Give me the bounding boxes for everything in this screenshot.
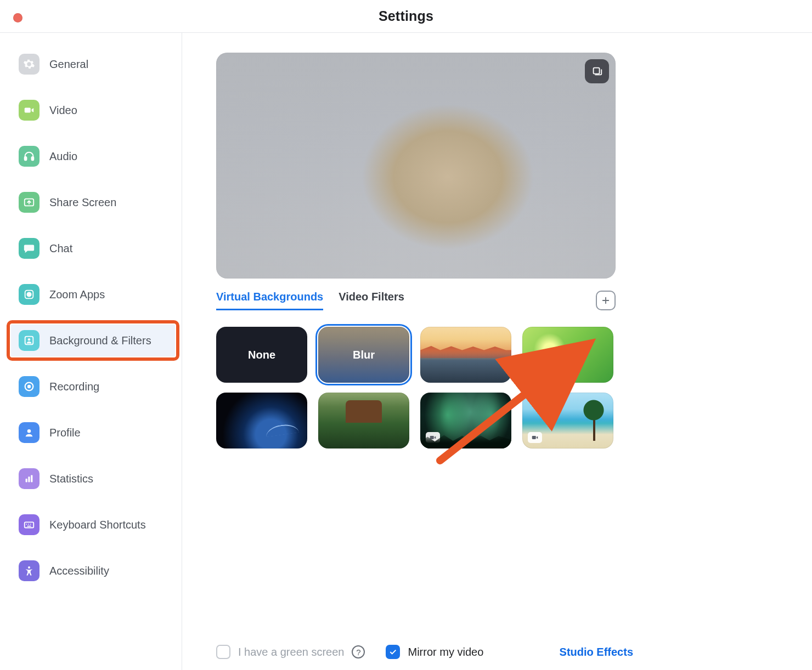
chat-bubble-icon: [19, 238, 40, 259]
background-tile-none[interactable]: None: [216, 327, 307, 383]
tab-virtual-backgrounds[interactable]: Virtual Backgrounds: [216, 291, 323, 310]
mirror-video-label: Mirror my video: [408, 646, 483, 658]
svg-rect-1: [25, 157, 27, 160]
green-screen-label: I have a green screen: [238, 646, 344, 658]
svg-rect-2: [32, 157, 34, 160]
sidebar-item-label: Share Screen: [49, 196, 116, 209]
sidebar-item-audio[interactable]: Audio: [11, 140, 175, 172]
sidebar-item-label: Background & Filters: [49, 334, 151, 347]
svg-point-19: [28, 566, 30, 569]
background-tile-grass[interactable]: [522, 327, 613, 383]
background-grid: None Blur: [216, 327, 616, 448]
sidebar-item-label: Keyboard Shortcuts: [49, 519, 146, 531]
background-tile-bridge[interactable]: [420, 327, 511, 383]
gear-icon: [19, 54, 40, 75]
sidebar-item-label: Recording: [49, 381, 99, 393]
keyboard-icon: [19, 514, 40, 535]
window-title: Settings: [379, 8, 433, 24]
sidebar-item-label: Profile: [49, 427, 81, 439]
sidebar-item-statistics[interactable]: Statistics: [11, 463, 175, 495]
svg-rect-22: [532, 436, 536, 439]
sidebar-item-label: Accessibility: [49, 565, 109, 577]
settings-sidebar: General Video Audio Share Screen Chat: [0, 33, 182, 670]
green-screen-help-icon[interactable]: ?: [352, 645, 365, 658]
sidebar-item-zoom-apps[interactable]: Zoom Apps: [11, 279, 175, 310]
background-filters-icon: [19, 330, 40, 351]
green-screen-checkbox[interactable]: [216, 645, 230, 659]
svg-point-17: [30, 524, 31, 525]
record-icon: [19, 376, 40, 397]
sidebar-item-share-screen[interactable]: Share Screen: [11, 186, 175, 218]
sidebar-item-label: Statistics: [49, 473, 93, 485]
svg-point-16: [28, 524, 29, 525]
window-close-button[interactable]: [13, 13, 22, 22]
svg-point-5: [27, 292, 31, 296]
svg-point-7: [28, 338, 30, 340]
svg-rect-21: [430, 436, 434, 439]
settings-content: Virtual Backgrounds Video Filters None B…: [182, 33, 812, 670]
video-preview: [216, 53, 616, 279]
svg-rect-20: [594, 68, 600, 74]
headphones-icon: [19, 146, 40, 167]
svg-rect-18: [27, 526, 31, 527]
sidebar-item-accessibility[interactable]: Accessibility: [11, 555, 175, 587]
sidebar-item-label: Audio: [49, 150, 77, 163]
svg-rect-14: [25, 522, 34, 527]
studio-effects-link[interactable]: Studio Effects: [560, 646, 633, 658]
background-tile-earth[interactable]: [216, 393, 307, 448]
mirror-video-checkbox[interactable]: [386, 645, 400, 659]
sidebar-item-video[interactable]: Video: [11, 94, 175, 126]
add-background-button[interactable]: [596, 291, 616, 310]
svg-rect-12: [28, 476, 30, 482]
background-tabs: Virtual Backgrounds Video Filters: [216, 291, 404, 310]
sidebar-item-general[interactable]: General: [11, 48, 175, 80]
sidebar-item-keyboard-shortcuts[interactable]: Keyboard Shortcuts: [11, 509, 175, 541]
share-screen-icon: [19, 192, 40, 213]
video-background-badge-icon: [426, 432, 440, 443]
sidebar-item-label: General: [49, 58, 88, 71]
sidebar-item-label: Video: [49, 104, 77, 117]
background-tabs-row: Virtual Backgrounds Video Filters: [216, 291, 616, 310]
svg-point-15: [26, 524, 27, 525]
background-tile-jungle[interactable]: [318, 393, 409, 448]
rotate-camera-button[interactable]: [585, 59, 609, 83]
sidebar-item-label: Zoom Apps: [49, 288, 105, 301]
person-icon: [19, 422, 40, 443]
sidebar-item-chat[interactable]: Chat: [11, 232, 175, 264]
background-footer: I have a green screen ? Mirror my video …: [216, 638, 633, 659]
svg-rect-13: [31, 475, 32, 482]
background-tile-aurora[interactable]: [420, 393, 511, 448]
titlebar: Settings: [0, 0, 812, 33]
video-camera-icon: [19, 100, 40, 121]
svg-point-9: [27, 385, 31, 388]
sidebar-item-recording[interactable]: Recording: [11, 371, 175, 402]
svg-rect-0: [25, 107, 31, 112]
tab-video-filters[interactable]: Video Filters: [339, 291, 404, 310]
background-tile-beach[interactable]: [522, 393, 613, 448]
tile-label: Blur: [353, 349, 375, 361]
sidebar-item-background-filters[interactable]: Background & Filters: [11, 325, 175, 356]
svg-point-10: [27, 429, 31, 433]
bar-chart-icon: [19, 468, 40, 489]
video-background-badge-icon: [528, 432, 542, 443]
accessibility-icon: [19, 560, 40, 581]
apps-icon: [19, 284, 40, 305]
app-body: General Video Audio Share Screen Chat: [0, 33, 812, 670]
background-tile-blur[interactable]: Blur: [318, 327, 409, 383]
svg-rect-11: [26, 479, 27, 482]
sidebar-item-profile[interactable]: Profile: [11, 417, 175, 448]
tile-label: None: [248, 349, 275, 361]
sidebar-item-label: Chat: [49, 242, 72, 255]
